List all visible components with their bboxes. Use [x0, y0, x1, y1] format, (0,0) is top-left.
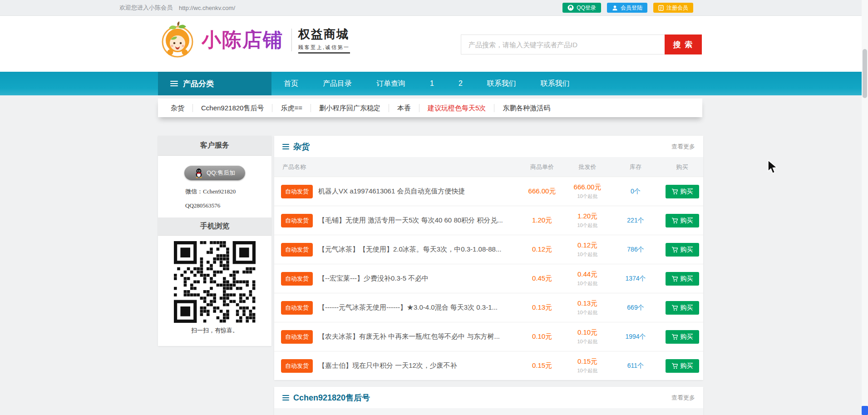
section-header: Cchen921820售后号 查看更多: [274, 387, 703, 408]
product-name[interactable]: 【--宏宝莱---】少费没补0.3-5 不必中: [318, 274, 519, 283]
qq-penguin-icon: [567, 5, 574, 11]
table-header: 产品名称 商品单价 批发价 库存 购买: [274, 408, 703, 415]
product-row: 自动发货 【元气冰茶】【无使用】2.0冰茶。每天3次，中0.3-1.08-88.…: [274, 235, 703, 264]
mouse-cursor: [767, 160, 779, 174]
buy-label: 购买: [681, 217, 693, 225]
auto-delivery-badge: 自动发货: [281, 359, 313, 373]
section-aftersale: Cchen921820售后号 查看更多 产品名称 商品单价 批发价 库存 购买: [274, 387, 703, 415]
qq-contact-label: QQ:售后加: [207, 169, 235, 177]
topbar-actions: QQ登录 会员登陆 注册会员: [562, 3, 693, 13]
product-name[interactable]: 【毛铺】无使用 激活专用一天5次 每次40 60 80积分 积分兑...: [318, 216, 519, 225]
product-name[interactable]: 【嘉士伯】现在只中积分 一天12次，少废不补: [318, 361, 519, 370]
section-header: 杂货 查看更多: [274, 136, 703, 157]
cart-icon: [671, 217, 678, 224]
subnav-item[interactable]: Cchen921820售后号: [193, 104, 272, 112]
member-login-button[interactable]: 会员登陆: [607, 3, 647, 13]
view-more-link[interactable]: 查看更多: [671, 394, 695, 402]
nav-item[interactable]: 2: [446, 72, 475, 95]
column-header: 购买: [661, 163, 703, 171]
qq-login-button[interactable]: QQ登录: [562, 3, 601, 13]
subnav-item[interactable]: 乐虎==: [272, 104, 311, 112]
product-price: 0.12元: [519, 245, 565, 254]
cart-icon: [671, 188, 678, 195]
cart-icon: [671, 247, 678, 253]
product-row: 自动发货 【毛铺】无使用 激活专用一天5次 每次40 60 80积分 积分兑..…: [274, 206, 703, 235]
wholesale-value: 0.13元: [565, 299, 610, 308]
mall-title: 权益商城: [298, 26, 350, 42]
product-row: 自动发货 机器人VX a19974613061 会员自动充值方便快捷 666.0…: [274, 177, 703, 206]
column-header: 批发价: [565, 163, 610, 171]
brand: 小陈店铺 权益商城 顾客至上,诚信第一: [160, 20, 350, 59]
mall-slogan: 顾客至上,诚信第一: [298, 44, 350, 54]
auto-delivery-badge: 自动发货: [281, 330, 313, 344]
list-icon: [282, 395, 289, 400]
register-form-icon: [658, 5, 664, 11]
subnav-item[interactable]: 删小程序回广东稳定: [311, 104, 389, 112]
nav-item[interactable]: 1: [418, 72, 446, 95]
wholesale-value: 1.20元: [565, 212, 610, 221]
nav-item[interactable]: 联系我们: [528, 72, 582, 95]
subnav-item[interactable]: 本香: [389, 104, 419, 112]
wholesale-price: 0.10元 10个起批: [565, 328, 610, 345]
cart-icon: [671, 276, 678, 282]
stock-count: 669个: [610, 304, 661, 312]
subnav-item[interactable]: 建议玩橙色每天5次: [419, 104, 494, 112]
buy-button[interactable]: 购买: [666, 214, 699, 227]
product-price: 666.00元: [519, 187, 565, 196]
nav-item[interactable]: 订单查询: [364, 72, 418, 95]
batch-note: 10个起批: [565, 193, 610, 200]
stock-count: 611个: [610, 362, 661, 370]
stock-count: 1994个: [610, 333, 661, 341]
search-button[interactable]: 搜 索: [665, 35, 702, 54]
buy-cell: 购买: [661, 272, 703, 286]
qr-caption: 扫一扫，有惊喜。: [158, 326, 271, 335]
batch-note: 10个起批: [565, 309, 610, 316]
buy-button[interactable]: 购买: [666, 272, 699, 286]
auto-delivery-badge: 自动发货: [281, 185, 313, 198]
product-price: 0.15元: [519, 361, 565, 370]
nav-item[interactable]: 首页: [271, 72, 311, 95]
wholesale-price: 666.00元 10个起批: [565, 183, 610, 200]
wholesale-value: 0.44元: [565, 270, 610, 279]
qr-wrap: [158, 241, 271, 323]
member-login-label: 会员登陆: [621, 4, 642, 12]
product-row: 自动发货 【嘉士伯】现在只中积分 一天12次，少废不补 0.15元 0.15元 …: [274, 351, 703, 380]
subnav-item[interactable]: 杂货: [163, 104, 193, 112]
view-more-link[interactable]: 查看更多: [671, 143, 695, 151]
register-button[interactable]: 注册会员: [653, 3, 693, 13]
user-icon: [612, 5, 618, 11]
list-icon: [282, 144, 289, 149]
search-input[interactable]: [461, 35, 665, 54]
cart-icon: [671, 305, 678, 311]
wholesale-value: 0.12元: [565, 241, 610, 250]
category-label: 产品分类: [183, 79, 214, 89]
buy-label: 购买: [681, 362, 693, 370]
product-name[interactable]: 【------元气冰茶无使用------】★3.0-4.0混合 每天3次 0.3…: [318, 303, 519, 312]
subnav-item[interactable]: 东鹏各种激活码: [494, 104, 558, 112]
product-name[interactable]: 【农夫冰茶】有废无补 中再来一瓶/红包等不必中 与东方树...: [318, 332, 519, 341]
buy-label: 购买: [681, 275, 693, 283]
topbar: 欢迎您进入小陈会员 http://wc.chenkv.com/ QQ登录 会员登…: [0, 0, 868, 16]
product-name[interactable]: 【元气冰茶】【无使用】2.0冰茶。每天3次，中0.3-1.08-88...: [318, 245, 519, 254]
qq-contact-button[interactable]: QQ:售后加: [184, 166, 245, 180]
buy-cell: 购买: [661, 185, 703, 198]
nav-item[interactable]: 产品目录: [311, 72, 364, 95]
buy-label: 购买: [681, 188, 693, 196]
section-title-text: 杂货: [293, 141, 310, 152]
qq-number: QQ280563576: [185, 202, 271, 209]
buy-button[interactable]: 购买: [666, 243, 699, 257]
buy-button[interactable]: 购买: [666, 185, 699, 198]
scrollbar-bottom-marker[interactable]: [862, 406, 868, 415]
buy-button[interactable]: 购买: [666, 359, 699, 373]
scrollbar-thumb[interactable]: [863, 49, 867, 98]
buy-button[interactable]: 购买: [666, 330, 699, 344]
wholesale-price: 0.13元 10个起批: [565, 299, 610, 316]
auto-delivery-badge: 自动发货: [281, 272, 313, 286]
scrollbar-track[interactable]: [862, 0, 868, 415]
column-header: 库存: [610, 163, 661, 171]
nav-item[interactable]: 联系我们: [475, 72, 528, 95]
brand-divider: [291, 29, 292, 51]
buy-button[interactable]: 购买: [666, 301, 699, 315]
product-category-menu[interactable]: 产品分类: [158, 72, 271, 95]
product-name[interactable]: 机器人VX a19974613061 会员自动充值方便快捷: [318, 187, 519, 196]
